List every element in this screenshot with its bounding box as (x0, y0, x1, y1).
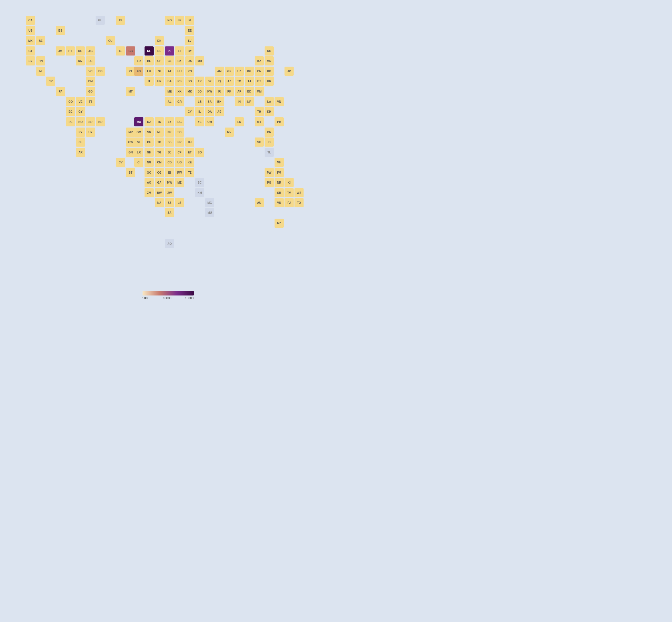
country-iq[interactable]: IQ (215, 77, 224, 86)
country-bt[interactable]: BT (255, 77, 264, 86)
country-be[interactable]: BE (145, 56, 154, 66)
country-no[interactable]: NO (165, 16, 174, 25)
country-ws[interactable]: WS (294, 188, 304, 197)
country-et[interactable]: ET (185, 148, 194, 157)
country-is[interactable]: IS (116, 16, 125, 25)
country-tg[interactable]: TG (155, 148, 164, 157)
country-er[interactable]: ER (175, 138, 184, 147)
country-st[interactable]: ST (126, 168, 135, 177)
country-cl[interactable]: CL (76, 138, 85, 147)
country-hr[interactable]: HR (155, 77, 164, 86)
country-sz[interactable]: SZ (165, 198, 174, 207)
country-km[interactable]: KM (195, 188, 204, 197)
country-to[interactable]: TO (294, 198, 304, 207)
country-ke[interactable]: KE (185, 158, 194, 167)
country-ph[interactable]: PH (274, 117, 284, 127)
country-mu[interactable]: MU (205, 208, 214, 217)
country-dm[interactable]: DM (86, 77, 95, 86)
country-mn[interactable]: MN (265, 56, 274, 66)
country-ch[interactable]: CH (155, 56, 164, 66)
country-td[interactable]: TD (155, 138, 164, 147)
country-mh[interactable]: MH (274, 158, 284, 167)
country-ge[interactable]: GE (225, 67, 234, 76)
country-qa[interactable]: QA (205, 107, 214, 116)
country-ee[interactable]: EE (185, 26, 194, 35)
country-zw[interactable]: ZW (165, 188, 174, 197)
country-sg[interactable]: SG (255, 138, 264, 147)
country-do[interactable]: DO (76, 46, 85, 56)
country-la[interactable]: LA (265, 97, 274, 106)
country-gw[interactable]: GW (126, 138, 135, 147)
country-jo[interactable]: JO (195, 87, 204, 96)
country-ec[interactable]: EC (66, 107, 75, 116)
country-pw[interactable]: PW (265, 168, 274, 177)
country-mk[interactable]: MK (185, 87, 194, 96)
country-uz[interactable]: UZ (235, 67, 244, 76)
country-tj[interactable]: TJ (245, 77, 254, 86)
country-aq[interactable]: AQ (165, 239, 174, 248)
country-cr[interactable]: CR (46, 77, 55, 86)
country-mm[interactable]: MM (255, 87, 264, 96)
country-ne[interactable]: NE (165, 128, 174, 137)
country-in[interactable]: IN (235, 97, 244, 106)
country-eg[interactable]: EG (175, 117, 184, 127)
country-vu[interactable]: VU (274, 198, 284, 207)
country-lb[interactable]: LB (195, 97, 204, 106)
country-gq[interactable]: GQ (145, 168, 154, 177)
country-rw[interactable]: RW (175, 168, 184, 177)
country-se[interactable]: SE (175, 16, 184, 25)
country-mt[interactable]: MT (126, 87, 135, 96)
country-mz[interactable]: MZ (175, 178, 184, 187)
country-cz[interactable]: CZ (165, 56, 174, 66)
country-ye[interactable]: YE (195, 117, 204, 127)
country-md[interactable]: MD (195, 56, 204, 66)
country-kz[interactable]: KZ (255, 56, 264, 66)
country-tt[interactable]: TT (86, 97, 95, 106)
country-cv[interactable]: CV (116, 158, 125, 167)
country-bn[interactable]: BN (265, 128, 274, 137)
country-gh[interactable]: GH (145, 148, 154, 157)
country-ru[interactable]: RU (265, 46, 274, 56)
country-bf[interactable]: BF (145, 138, 154, 147)
country-id[interactable]: ID (265, 138, 274, 147)
country-my[interactable]: MY (255, 117, 264, 127)
country-fr[interactable]: FR (134, 56, 143, 66)
country-kw[interactable]: KW (205, 87, 214, 96)
country-bi[interactable]: BI (165, 168, 174, 177)
country-af[interactable]: AF (235, 87, 244, 96)
country-mx[interactable]: MX (26, 36, 35, 45)
country-ci[interactable]: CI (134, 158, 143, 167)
country-mv[interactable]: MV (225, 128, 234, 137)
country-au[interactable]: AU (255, 198, 264, 207)
country-uy[interactable]: UY (86, 128, 95, 137)
country-vn[interactable]: VN (274, 97, 284, 106)
country-nz[interactable]: NZ (274, 219, 284, 228)
country-si[interactable]: SI (155, 67, 164, 76)
country-pg[interactable]: PG (265, 178, 274, 187)
country-gn[interactable]: GN (126, 148, 135, 157)
country-pl[interactable]: PL (165, 46, 174, 56)
country-il[interactable]: IL (195, 107, 204, 116)
country-at[interactable]: AT (165, 67, 174, 76)
country-ht[interactable]: HT (66, 46, 75, 56)
country-it[interactable]: IT (145, 77, 154, 86)
country-sn[interactable]: SN (145, 128, 154, 137)
country-tm[interactable]: TM (235, 77, 244, 86)
country-xk[interactable]: XK (175, 87, 184, 96)
country-am[interactable]: AM (215, 67, 224, 76)
country-tl[interactable]: TL (265, 148, 274, 157)
country-de[interactable]: DE (155, 46, 164, 56)
country-kn[interactable]: KN (76, 56, 85, 66)
country-al[interactable]: AL (165, 97, 174, 106)
country-sa[interactable]: SA (205, 97, 214, 106)
country-py[interactable]: PY (76, 128, 85, 137)
country-lv[interactable]: LV (185, 36, 194, 45)
country-cy[interactable]: CY (185, 107, 194, 116)
country-ae[interactable]: AE (215, 107, 224, 116)
country-ml[interactable]: ML (155, 128, 164, 137)
country-lc[interactable]: LC (86, 56, 95, 66)
country-sk[interactable]: SK (175, 56, 184, 66)
country-ba[interactable]: BA (165, 77, 174, 86)
country-za[interactable]: ZA (165, 208, 174, 217)
country-cg[interactable]: CG (155, 168, 164, 177)
